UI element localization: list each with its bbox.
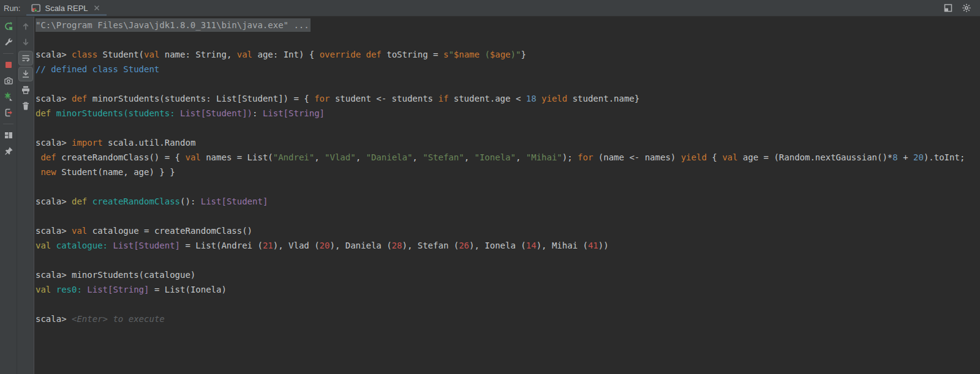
console-text-segment: : [252,108,263,118]
float-window-icon[interactable] [943,3,953,13]
console-text-segment: $name [454,50,480,59]
stop-button[interactable] [1,58,16,72]
stop-icon [4,60,13,70]
console-line [36,209,980,223]
wrench-button[interactable] [1,35,16,50]
console-text-segment: List[Student] [113,241,180,250]
console-text-segment: } [521,50,526,59]
console-text-segment: 14 [526,241,537,250]
console-line: new Student(name, age) } } [36,165,980,179]
console-text-segment: ( [480,50,490,59]
close-icon[interactable] [92,3,102,13]
console-text-segment: // defined class Student [36,64,159,74]
console-text-segment: createRandomClass() = { [61,152,185,162]
console-line: scala> def createRandomClass(): List[Stu… [36,194,980,209]
console-text-segment: "Ionela" [475,152,516,162]
arrow-down-button[interactable] [18,35,33,50]
pin-button[interactable] [1,144,16,159]
camera-button[interactable] [1,73,16,88]
arrow-up-button[interactable] [18,19,33,34]
console-text-segment: ); [562,152,578,162]
console-text-segment: createRandomClass [92,196,180,206]
console-text-segment: List[Student]) [180,108,252,118]
soft-wrap-button[interactable] [18,51,33,65]
exit-button[interactable] [1,105,16,120]
console-text-segment: minorStudents(students: [56,108,180,118]
console-text-segment: 20 [320,241,330,250]
arrow-down-icon [21,37,31,47]
scroll-end-icon [21,69,31,79]
console-text-segment: if [438,94,453,103]
console-toolbar-secondary [17,17,34,374]
console-line [36,77,980,91]
attach-button[interactable] [1,89,16,104]
console-text-segment: 21 [263,241,273,250]
console-text-segment: scala> minorStudents(catalogue) [36,270,195,280]
tab-title: Scala REPL [45,4,88,13]
console-text-segment: )) [598,241,609,250]
console-output[interactable]: "C:\Program Files\Java\jdk1.8.0_311\bin\… [34,17,980,374]
console-text-segment: yield [681,152,712,162]
console-text-segment: class [72,50,103,59]
console-text-segment: val [36,241,56,250]
console-line: scala> class Student(val name: String, v… [36,47,980,62]
console-text-segment: 18 [526,94,537,103]
rerun-icon [4,21,13,31]
printer-button[interactable] [18,83,33,97]
rerun-button[interactable] [1,19,16,34]
console-text-segment: name: String, [165,50,237,59]
console-text-segment: Student(name, age) } } [61,167,175,177]
console-text-segment: ), Mihai ( [537,241,588,250]
console-text-segment: 41 [588,241,598,250]
console-text-segment: 20 [913,152,924,162]
console-line: scala> <Enter> to execute [36,312,980,326]
console-text-segment: )" [511,50,521,59]
layout-button[interactable] [1,128,16,143]
console-text-segment: def [72,94,92,103]
console-text-segment: ), Daniela ( [330,241,391,250]
console-text-segment: (): [180,196,201,206]
console-text-segment: age: Int) { [257,50,319,59]
tab-scala-repl[interactable]: Scala REPL [26,0,106,16]
console-line: scala> import scala.util.Random [36,135,980,150]
trash-button[interactable] [18,99,33,113]
scroll-end-button[interactable] [18,67,33,81]
console-text-segment: , [356,152,366,162]
console-line: scala> val catalogue = createRandomClass… [36,223,980,238]
console-text-segment: def [72,196,92,206]
soft-wrap-icon [21,53,31,63]
console-text-segment: 26 [459,241,469,250]
console-text-segment: 8 [892,152,897,162]
console-text-segment: "Vlad" [325,152,356,162]
console-text-segment: for [314,94,335,103]
console-text-segment: ).toInt; [924,152,965,162]
console-text-segment: "Daniela" [366,152,412,162]
gear-icon[interactable] [962,3,971,13]
console-text-segment: " [448,50,453,59]
console-text-segment: , [464,152,475,162]
console-text-segment: yield [541,94,573,103]
console-text-segment: scala> [36,50,72,59]
console-text-segment: <Enter> to execute [72,314,165,324]
console-line: "C:\Program Files\Java\jdk1.8.0_311\bin\… [36,18,980,32]
console-text-segment: + [898,152,913,162]
console-text-segment: (name <- names) [598,152,681,162]
console-line [36,32,980,47]
run-console-icon [31,3,41,13]
console-text-segment: val [237,50,258,59]
layout-icon [4,130,13,140]
console-text-segment: val [722,152,743,162]
console-text-segment: "C:\Program Files\Java\jdk1.8.0_311\bin\… [36,18,311,32]
console-text-segment: "Stefan" [423,152,464,162]
console-text-segment: "Mihai" [526,152,562,162]
wrench-icon [4,37,13,47]
console-text-segment: List[String] [263,108,325,118]
console-text-segment: def [40,152,61,162]
console-line: def minorStudents(students: List[Student… [36,106,980,121]
trash-icon [21,101,31,111]
console-line: def createRandomClass() = { val names = … [36,150,980,165]
exit-icon [4,108,13,118]
console-text-segment: scala> [36,314,72,324]
console-text-segment: $age [490,50,511,59]
console-text-segment: catalogue = createRandomClass() [92,226,252,236]
